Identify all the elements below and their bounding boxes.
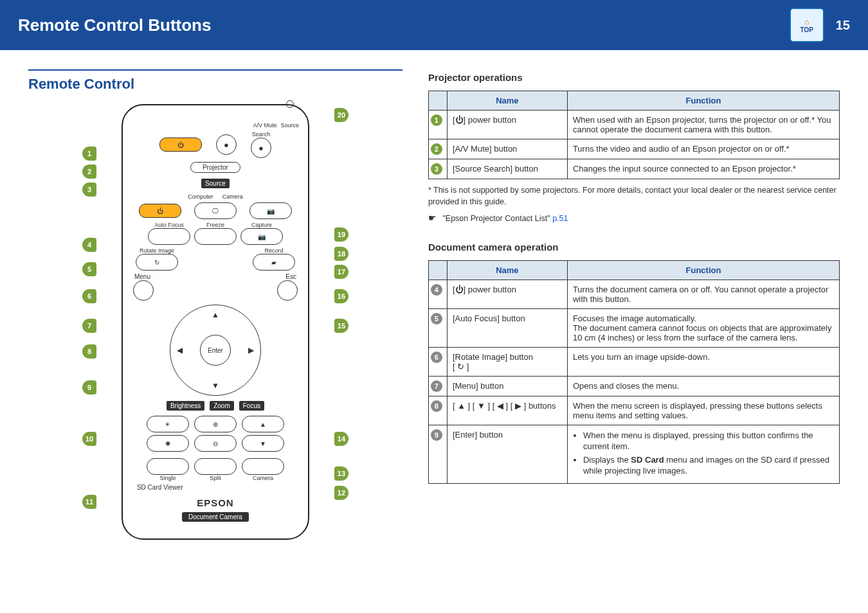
single-label: Single [147, 475, 189, 481]
row-num: 8 [431, 400, 442, 412]
table-row: 9 [Enter] button When the menu is displa… [428, 425, 839, 483]
callout-4: 4 [82, 238, 96, 252]
callout-8: 8 [82, 344, 96, 359]
row-num: 6 [431, 351, 442, 363]
top-label: TOP [800, 26, 813, 33]
col-name: Name [447, 260, 567, 280]
row-func: Lets you turn an image upside-down. [567, 347, 839, 376]
computer-source-button[interactable]: 🖵 [194, 202, 237, 219]
dpad-right[interactable]: ▶ [248, 346, 254, 355]
rotate-button[interactable]: ↻ [136, 254, 178, 271]
callout-11: 11 [82, 495, 96, 509]
row-name: [Rotate Image] button [ ↻ ] [447, 347, 567, 376]
brand-sub: Document Camera [182, 512, 249, 522]
header-right: ⌂ TOP 15 [790, 8, 850, 42]
brand-epson: EPSON [132, 497, 299, 508]
footnote-link-row: ☛ "Epson Projector Contact List" p.51 [428, 211, 840, 224]
row-name: [⏻] power button [447, 280, 567, 308]
table-row: 1 [⏻] power button When used with an Eps… [428, 111, 839, 139]
row-func: Opens and closes the menu. [567, 376, 839, 396]
callout-7: 7 [82, 319, 96, 333]
col-func: Function [567, 260, 839, 280]
record-button[interactable]: ▰ [253, 254, 295, 271]
projector-power-button[interactable]: ⏻ [159, 138, 202, 152]
esc-label: Esc [285, 273, 296, 280]
brightness-up[interactable]: ☀ [147, 416, 189, 432]
camera-label: Camera [222, 193, 243, 200]
autofocus-button[interactable] [148, 228, 190, 245]
row-func: When used with an Epson projector, turns… [567, 111, 839, 139]
source-label: Source [201, 179, 230, 188]
split-label: Split [194, 475, 237, 481]
callout-17: 17 [334, 265, 348, 279]
enter-bullets: When the menu is displayed, pressing thi… [573, 430, 834, 477]
row-num: 3 [431, 163, 442, 175]
capture-label: Capture [240, 222, 283, 228]
row-num: 4 [431, 284, 442, 296]
doccam-power-button[interactable]: ⏻ [139, 204, 181, 218]
autofocus-label: Auto Focus [148, 222, 190, 228]
row-name: [ ▲ ] [ ▼ ] [ ◀ ] [ ▶ ] buttons [447, 396, 567, 425]
table-row: 2 [A/V Mute] button Turns the video and … [428, 139, 839, 159]
callout-5: 5 [82, 262, 96, 276]
doccam-ops-title: Document camera operation [428, 242, 840, 253]
callout-13: 13 [334, 466, 348, 481]
footnote-link-pre: "Epson Projector Contact List" [442, 214, 552, 223]
dpad: ▲ ▼ ◀ ▶ Enter [170, 305, 261, 396]
dpad-down[interactable]: ▼ [212, 381, 219, 390]
esc-button[interactable] [277, 280, 298, 301]
row-num: 9 [431, 429, 442, 441]
callout-20: 20 [334, 108, 348, 122]
source-search-button[interactable]: ● [251, 138, 271, 158]
row-name: [Enter] button [447, 425, 567, 483]
page-title: Remote Control Buttons [18, 15, 211, 35]
callout-15: 15 [334, 319, 348, 333]
brightness-down[interactable]: ✱ [147, 435, 189, 452]
rotate-label: Rotate Image [136, 247, 178, 254]
camera-view-button[interactable] [242, 458, 284, 475]
table-row: 3 [Source Search] button Changes the inp… [428, 159, 839, 179]
section-title-remote: Remote Control [28, 69, 402, 93]
row-name: [⏻] power button [447, 111, 567, 139]
menu-label: Menu [134, 273, 150, 280]
zoom-in[interactable]: ⊕ [194, 416, 237, 432]
callout-12: 12 [334, 486, 348, 500]
camera-source-button[interactable]: 📷 [249, 202, 292, 219]
row-func: Turns the video and audio of an Epson pr… [567, 139, 839, 159]
row-func: Turns the document camera on or off. You… [567, 280, 839, 308]
row-num: 5 [431, 313, 442, 324]
callout-9: 9 [82, 380, 96, 395]
col-func: Function [567, 91, 839, 111]
focus-up[interactable]: ▲ [242, 416, 284, 432]
avmute-button[interactable]: ● [216, 134, 237, 155]
ssearch-label1: Source [280, 122, 299, 129]
row-name: [Source Search] button [447, 159, 567, 179]
freeze-button[interactable] [194, 228, 237, 245]
focus-down[interactable]: ▼ [242, 435, 284, 452]
capture-button[interactable]: 📷 [240, 228, 283, 245]
table-row: 6 [Rotate Image] button [ ↻ ] Lets you t… [428, 347, 839, 376]
freeze-label: Freeze [194, 222, 237, 228]
projector-ops-title: Projector operations [428, 72, 840, 83]
row-name: [A/V Mute] button [447, 139, 567, 159]
record-label: Record [253, 247, 295, 254]
table-row: 5 [Auto Focus] button Focuses the image … [428, 308, 839, 347]
split-button[interactable] [194, 458, 237, 475]
dpad-up[interactable]: ▲ [212, 310, 219, 319]
dpad-left[interactable]: ◀ [177, 346, 183, 355]
remote-body: A/V Mute Source ⏻ ● Search ● Projector [122, 104, 309, 540]
single-button[interactable] [147, 458, 189, 475]
callout-1: 1 [82, 147, 96, 161]
right-column: Projector operations Name Function 1 [⏻]… [428, 69, 840, 540]
top-badge[interactable]: ⌂ TOP [790, 8, 824, 42]
zoom-out[interactable]: ⊖ [194, 435, 237, 452]
col-name: Name [447, 91, 567, 111]
callout-18: 18 [334, 247, 348, 261]
menu-button[interactable] [133, 280, 154, 301]
left-column: Remote Control 1 2 3 4 5 6 7 8 9 10 11 2… [28, 69, 402, 540]
footnote-link[interactable]: p.51 [552, 214, 568, 223]
row-name: [Auto Focus] button [447, 308, 567, 347]
callout-19: 19 [334, 227, 348, 242]
enter-button[interactable]: Enter [200, 335, 231, 366]
bullet-item: Displays the SD Card menu and images on … [583, 454, 834, 477]
